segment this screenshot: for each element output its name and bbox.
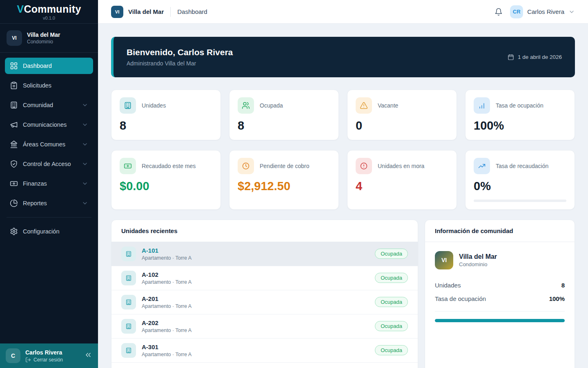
unit-subtitle: Apartamento · Torre A [142, 279, 192, 285]
building-icon [121, 247, 136, 261]
app-logo: VCommunity v0.1.0 [0, 0, 98, 24]
status-badge: Ocupada [375, 345, 408, 355]
sidebar-item-solicitudes[interactable]: Solicitudes [5, 77, 93, 94]
divider [435, 311, 565, 312]
user-avatar: C [6, 348, 20, 363]
info-row-tasa: Tasa de ocupación 100% [435, 292, 565, 305]
header-divider [170, 7, 171, 17]
panel-title: Unidades recientes [111, 220, 418, 242]
sidebar-item-configuracion[interactable]: Configuración [5, 223, 93, 240]
unit-row[interactable]: A-301 Apartamento · Torre A Ocupada [111, 339, 418, 363]
stat-card-ocupada: Ocupada 8 [229, 90, 339, 140]
logo-v: V [17, 3, 24, 15]
user-name: Carlos Rivera [25, 349, 63, 356]
alert-triangle-icon [356, 97, 372, 114]
unit-row[interactable]: A-202 Apartamento · Torre A Ocupada [111, 314, 418, 339]
current-date: 1 de abril de 2026 [508, 54, 562, 61]
sidebar-item-comunidad[interactable]: Comunidad [5, 97, 93, 113]
chevron-down-icon [82, 141, 88, 148]
dashboard-icon [10, 62, 18, 70]
breadcrumb-page-title: Dashboard [177, 8, 207, 15]
user-name: Carlos Rivera [527, 8, 564, 15]
stat-label: Tasa de recaudación [496, 163, 548, 169]
user-avatar: CR [510, 5, 523, 18]
unit-name: A-301 [142, 343, 192, 350]
header-community-name: Villa del Mar [128, 8, 164, 15]
community-type: Condominio [459, 261, 497, 267]
info-label: Unidades [435, 282, 461, 289]
community-avatar: VI [435, 251, 453, 269]
unit-subtitle: Apartamento · Torre A [142, 352, 192, 357]
stat-value: 0% [474, 180, 566, 193]
sidebar-item-reportes[interactable]: Reportes [5, 195, 93, 211]
building-icon [121, 343, 136, 358]
unit-row[interactable]: A-101 Apartamento · Torre A Ocupada [111, 242, 418, 266]
gear-icon [10, 227, 18, 236]
notifications-button[interactable] [494, 8, 503, 16]
users-icon [238, 97, 254, 114]
date-label: 1 de abril de 2026 [518, 54, 562, 60]
app-root: VCommunity v0.1.0 VI Villa del Mar Condo… [0, 0, 588, 368]
sidebar-item-dashboard[interactable]: Dashboard [5, 58, 93, 74]
view-all-units-link[interactable]: Ver todas las unidades → [111, 363, 418, 368]
sidebar-item-comunicaciones[interactable]: Comunicaciones [5, 117, 93, 133]
sidebar-item-control-acceso[interactable]: Control de Acceso [5, 156, 93, 172]
user-menu-button[interactable]: CR Carlos Rivera [510, 5, 575, 18]
stat-label: Pendiente de cobro [260, 163, 309, 169]
chevron-down-icon [568, 9, 575, 15]
unit-subtitle: Apartamento · Torre A [142, 328, 192, 333]
chevron-down-icon [82, 121, 88, 128]
logout-button[interactable]: Cerrar sesión [25, 357, 63, 363]
stat-value: 4 [356, 180, 448, 193]
progress-fill [435, 319, 565, 322]
community-info-panel: Información de comunidad VI Villa del Ma… [425, 220, 575, 368]
landmark-icon [10, 140, 18, 148]
status-badge: Ocupada [375, 321, 408, 331]
stat-value: 8 [120, 119, 212, 132]
chevron-down-icon [82, 102, 88, 108]
sidebar-item-finanzas[interactable]: Finanzas [5, 175, 93, 192]
megaphone-icon [10, 121, 18, 129]
logout-icon [25, 357, 31, 363]
stat-card-pendiente: Pendiente de cobro $2,912.50 [229, 150, 339, 210]
info-value: 8 [561, 282, 565, 289]
stat-value: 8 [238, 119, 330, 132]
bell-icon [494, 8, 503, 16]
top-header: VI Villa del Mar Dashboard CR Carlos Riv… [98, 0, 588, 24]
bar-chart-icon [474, 97, 490, 114]
sidebar-item-label: Configuración [23, 228, 59, 235]
bottom-panels: Unidades recientes A-101 Apartamento · T… [111, 220, 575, 368]
app-version: v0.1.0 [43, 16, 55, 20]
sidebar-item-label: Finanzas [23, 180, 47, 187]
unit-row[interactable]: A-201 Apartamento · Torre A Ocupada [111, 290, 418, 314]
stat-value: $2,912.50 [238, 180, 330, 193]
stat-label: Unidades [142, 102, 166, 109]
welcome-banner: Bienvenido, Carlos Rivera Administrando … [111, 37, 575, 77]
sidebar-item-areas-comunes[interactable]: Áreas Comunes [5, 136, 93, 153]
chevron-down-icon [82, 161, 88, 167]
trending-up-icon [474, 158, 490, 174]
stat-label: Vacante [378, 102, 398, 109]
alert-circle-icon [356, 158, 372, 174]
sidebar-user-card: C Carlos Rivera Cerrar sesión [0, 343, 98, 368]
unit-row[interactable]: A-102 Apartamento · Torre A Ocupada [111, 266, 418, 290]
sidebar-collapse-button[interactable] [84, 351, 92, 361]
stat-value: 0 [356, 119, 448, 132]
stat-label: Unidades en mora [378, 163, 424, 169]
stat-card-tasa-ocupacion: Tasa de ocupación 100% [465, 90, 575, 140]
chevrons-left-icon [84, 351, 92, 359]
stat-card-mora: Unidades en mora 4 [347, 150, 457, 210]
unit-name: A-102 [142, 271, 192, 278]
status-badge: Ocupada [375, 273, 408, 283]
sidebar-nav: Dashboard Solicitudes Comunidad Comunica… [0, 53, 98, 343]
sidebar-item-label: Dashboard [23, 63, 52, 69]
welcome-subtitle: Administrando Villa del Mar [127, 60, 233, 67]
banknote-icon [120, 158, 136, 174]
stat-label: Ocupada [260, 102, 283, 109]
stat-label: Recaudado este mes [142, 163, 196, 169]
stats-row-1: Unidades 8 Ocupada 8 Vacante [111, 90, 575, 140]
welcome-title: Bienvenido, Carlos Rivera [127, 47, 233, 57]
collection-progress-bar [474, 200, 566, 202]
sidebar: VCommunity v0.1.0 VI Villa del Mar Condo… [0, 0, 98, 368]
building-icon [121, 319, 136, 334]
